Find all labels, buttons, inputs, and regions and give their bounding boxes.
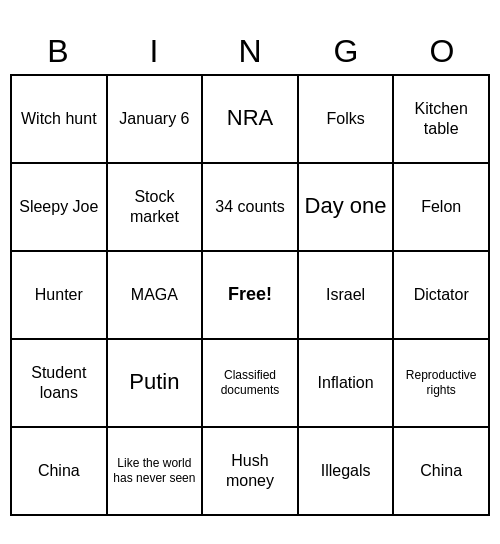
bingo-card: BINGO Witch huntJanuary 6NRAFolksKitchen…	[10, 29, 490, 516]
bingo-cell: Student loans	[12, 340, 108, 428]
bingo-cell: 34 counts	[203, 164, 299, 252]
bingo-cell: Hunter	[12, 252, 108, 340]
bingo-cell: Reproductive rights	[394, 340, 490, 428]
bingo-cell: Hush money	[203, 428, 299, 516]
bingo-cell: Classified documents	[203, 340, 299, 428]
header-letter: G	[298, 33, 394, 70]
bingo-cell: Israel	[299, 252, 395, 340]
header-letter: O	[394, 33, 490, 70]
bingo-cell: MAGA	[108, 252, 204, 340]
header-letter: B	[10, 33, 106, 70]
bingo-cell: Folks	[299, 76, 395, 164]
bingo-cell: Dictator	[394, 252, 490, 340]
bingo-cell: Kitchen table	[394, 76, 490, 164]
bingo-cell: Witch hunt	[12, 76, 108, 164]
header-letter: N	[202, 33, 298, 70]
bingo-grid: Witch huntJanuary 6NRAFolksKitchen table…	[10, 74, 490, 516]
bingo-cell: Free!	[203, 252, 299, 340]
bingo-cell: NRA	[203, 76, 299, 164]
bingo-cell: January 6	[108, 76, 204, 164]
bingo-cell: Felon	[394, 164, 490, 252]
bingo-cell: Day one	[299, 164, 395, 252]
bingo-cell: Illegals	[299, 428, 395, 516]
header-letter: I	[106, 33, 202, 70]
bingo-cell: China	[12, 428, 108, 516]
bingo-cell: Inflation	[299, 340, 395, 428]
bingo-cell: Stock market	[108, 164, 204, 252]
bingo-cell: China	[394, 428, 490, 516]
bingo-cell: Like the world has never seen	[108, 428, 204, 516]
bingo-cell: Sleepy Joe	[12, 164, 108, 252]
bingo-header: BINGO	[10, 29, 490, 74]
bingo-cell: Putin	[108, 340, 204, 428]
